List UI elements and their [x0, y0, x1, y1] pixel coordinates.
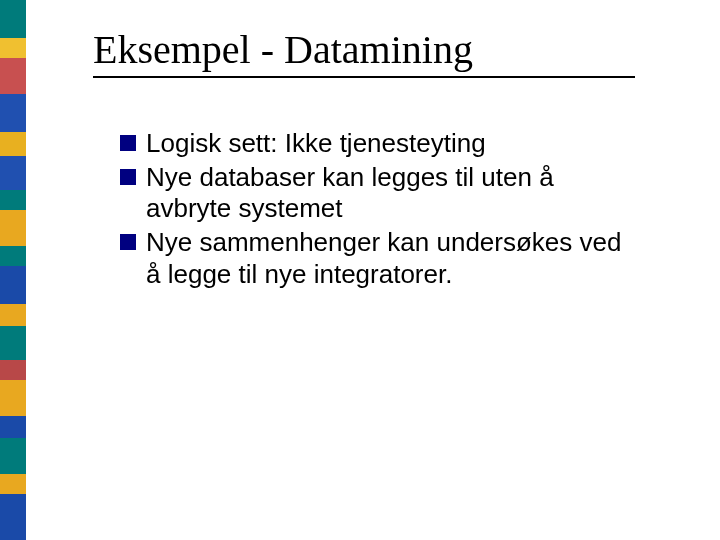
sidebar-segment — [0, 58, 26, 94]
list-item: Logisk sett: Ikke tjenesteyting — [120, 128, 640, 160]
list-item: Nye databaser kan legges til uten å avbr… — [120, 162, 640, 225]
square-bullet-icon — [120, 135, 136, 151]
sidebar-segment — [0, 326, 26, 360]
sidebar-segment — [0, 380, 26, 416]
sidebar-segment — [0, 266, 26, 304]
sidebar-segment — [0, 416, 26, 438]
sidebar-segment — [0, 474, 26, 494]
sidebar-segment — [0, 156, 26, 190]
sidebar-segment — [0, 360, 26, 380]
decorative-sidebar — [0, 0, 26, 540]
list-item: Nye sammenhenger kan undersøkes ved å le… — [120, 227, 640, 290]
title-underline — [93, 76, 635, 78]
square-bullet-icon — [120, 169, 136, 185]
sidebar-segment — [0, 38, 26, 58]
list-item-text: Nye databaser kan legges til uten å avbr… — [146, 162, 640, 225]
sidebar-segment — [0, 438, 26, 474]
sidebar-segment — [0, 132, 26, 156]
list-item-text: Logisk sett: Ikke tjenesteyting — [146, 128, 486, 160]
sidebar-segment — [0, 210, 26, 246]
sidebar-segment — [0, 246, 26, 266]
bullet-list: Logisk sett: Ikke tjenesteyting Nye data… — [120, 128, 640, 293]
list-item-text: Nye sammenhenger kan undersøkes ved å le… — [146, 227, 640, 290]
sidebar-segment — [0, 94, 26, 132]
slide-title: Eksempel - Datamining — [93, 26, 473, 73]
sidebar-segment — [0, 494, 26, 540]
sidebar-segment — [0, 304, 26, 326]
square-bullet-icon — [120, 234, 136, 250]
sidebar-segment — [0, 190, 26, 210]
sidebar-segment — [0, 0, 26, 38]
